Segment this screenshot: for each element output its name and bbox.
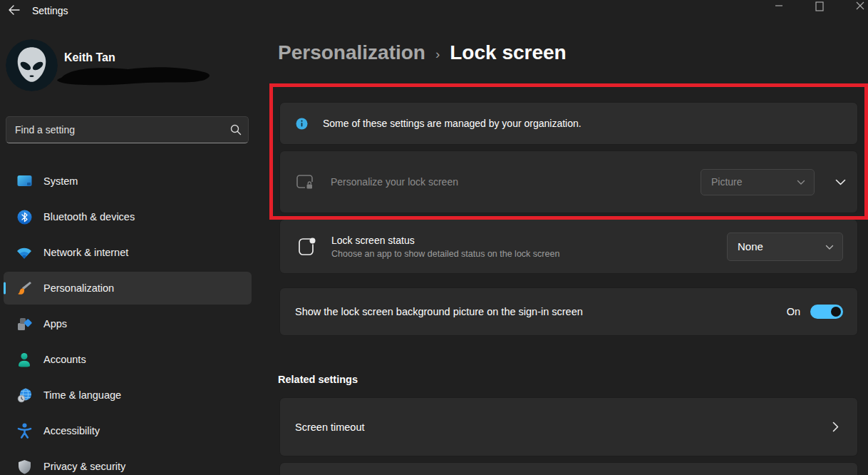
personalize-lock-screen-row: Personalize your lock screen Picture (279, 150, 858, 213)
personalize-label: Personalize your lock screen (331, 176, 701, 188)
titlebar: Settings (0, 0, 868, 24)
privacy-security-icon (16, 459, 32, 474)
sidebar-item-system[interactable]: System (4, 163, 252, 199)
status-title: Lock screen status (331, 235, 727, 246)
user-name: Keith Tan (64, 51, 115, 64)
apps-icon (16, 316, 32, 332)
sidebar-item-label: Apps (43, 318, 67, 330)
banner-text: Some of these settings are managed by yo… (323, 118, 582, 129)
close-button[interactable] (848, 0, 868, 19)
close-icon (856, 1, 864, 10)
accounts-icon (16, 352, 32, 367)
breadcrumb-separator-icon: › (435, 44, 440, 62)
network-icon (16, 245, 32, 260)
minimize-button[interactable] (767, 0, 791, 19)
search-box (6, 116, 249, 143)
related-settings-header: Related settings (278, 374, 358, 385)
status-subtitle: Choose an app to show detailed status on… (331, 249, 727, 259)
sidebar-nav: System Bluetooth & devices Network & int… (4, 163, 252, 475)
settings-window: Settings Keith Tan (0, 0, 868, 475)
status-dropdown-value: None (738, 240, 763, 252)
maximize-button[interactable] (807, 0, 832, 19)
status-text-block: Lock screen status Choose an app to show… (331, 235, 727, 259)
toggle-knob (831, 307, 841, 317)
sidebar-item-network-internet[interactable]: Network & internet (4, 235, 252, 270)
avatar[interactable] (6, 39, 58, 91)
back-arrow-icon (8, 5, 20, 18)
sidebar-item-label: Accounts (43, 354, 86, 365)
personalize-dropdown-value: Picture (711, 176, 743, 188)
search-input[interactable] (6, 124, 224, 136)
sidebar-item-label: Personalization (43, 282, 114, 294)
lock-screen-status-row: Lock screen status Choose an app to show… (279, 219, 858, 274)
minimize-icon (775, 1, 783, 10)
managed-settings-banner: Some of these settings are managed by yo… (279, 102, 858, 145)
personalization-icon (16, 280, 32, 296)
sidebar-item-accounts[interactable]: Accounts (4, 342, 252, 377)
sidebar-item-accessibility[interactable]: Accessibility (4, 413, 252, 449)
signin-background-row: Show the lock screen background picture … (279, 287, 858, 336)
personalize-dropdown[interactable]: Picture (701, 169, 815, 195)
sidebar-item-bluetooth-devices[interactable]: Bluetooth & devices (4, 199, 252, 235)
signin-background-toggle[interactable] (810, 305, 843, 319)
breadcrumb-parent[interactable]: Personalization (278, 41, 425, 64)
accessibility-icon (16, 423, 32, 439)
sidebar-item-label: Privacy & security (43, 461, 125, 472)
sidebar-item-time-language[interactable]: Time & language (4, 377, 252, 413)
time-language-icon (16, 387, 32, 403)
app-status-icon (296, 236, 316, 257)
sidebar-item-apps[interactable]: Apps (4, 306, 252, 342)
chevron-down-icon (825, 240, 834, 252)
redaction-scribble (54, 63, 215, 91)
chevron-down-icon (835, 175, 846, 188)
selected-indicator (4, 282, 6, 295)
bluetooth-icon (16, 209, 32, 225)
sidebar-item-personalization[interactable]: Personalization (4, 272, 252, 305)
toggle-state-label: On (787, 306, 800, 317)
search-icon[interactable] (224, 124, 248, 136)
sidebar-item-label: Bluetooth & devices (43, 211, 135, 223)
info-icon (296, 118, 308, 130)
window-title: Settings (32, 5, 68, 16)
chevron-down-icon (797, 176, 805, 188)
sidebar-item-label: Accessibility (43, 425, 100, 436)
sidebar-item-label: System (43, 175, 78, 187)
screen-timeout-label: Screen timeout (295, 422, 832, 433)
back-button[interactable] (3, 1, 24, 21)
breadcrumb: Personalization › Lock screen (278, 41, 567, 64)
system-icon (16, 173, 32, 189)
toggle-label: Show the lock screen background picture … (295, 306, 787, 317)
sidebar-item-label: Network & internet (43, 247, 128, 258)
expand-row-button[interactable] (826, 168, 854, 196)
maximize-icon (815, 1, 824, 11)
sidebar-item-privacy-security[interactable]: Privacy & security (4, 449, 252, 475)
lock-screen-icon (294, 171, 316, 193)
screen-timeout-row[interactable]: Screen timeout (279, 397, 858, 456)
page-title: Lock screen (450, 41, 566, 64)
status-dropdown[interactable]: None (727, 233, 843, 261)
chevron-right-icon (832, 422, 839, 432)
sidebar-item-label: Time & language (43, 389, 121, 401)
related-settings-item-partial[interactable] (279, 462, 858, 475)
